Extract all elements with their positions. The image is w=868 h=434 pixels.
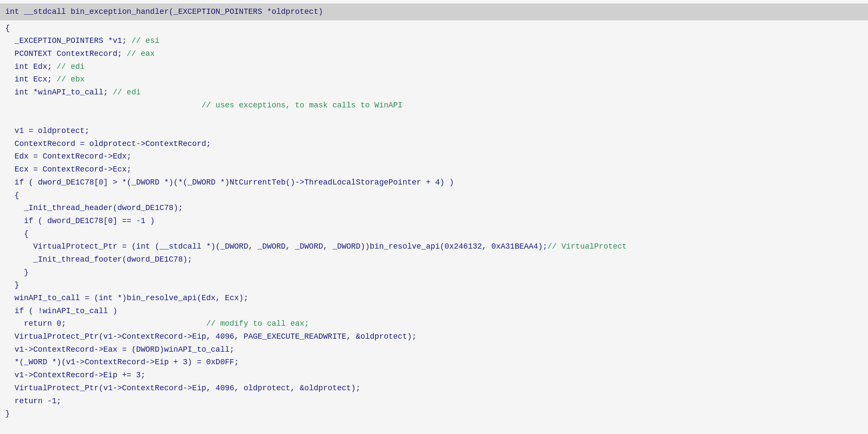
- code-line: }: [0, 408, 868, 421]
- code-line: VirtualProtect_Ptr = (int (__stdcall *)(…: [0, 240, 868, 253]
- code-line: *(_WORD *)(v1->ContextRecord->Eip + 3) =…: [0, 356, 868, 369]
- code-line: Ecx = ContextRecord->Ecx;: [0, 163, 868, 176]
- code-line: Edx = ContextRecord->Edx;: [0, 150, 868, 163]
- code-line: }: [0, 279, 868, 292]
- code-line: {: [0, 228, 868, 241]
- code-line: VirtualProtect_Ptr(v1->ContextRecord->Ei…: [0, 382, 868, 395]
- code-line: int Ecx; // ebx: [0, 73, 868, 86]
- code-line: PCONTEXT ContextRecord; // eax: [0, 48, 868, 61]
- code-line: return -1;: [0, 395, 868, 408]
- code-line: }: [0, 266, 868, 279]
- code-line: int *winAPI_to_call; // edi: [0, 86, 868, 99]
- header-text: int __stdcall bin_exception_handler(_EXC…: [5, 7, 323, 16]
- code-line: v1->ContextRecord->Eax = (DWORD)winAPI_t…: [0, 343, 868, 356]
- code-line: _EXCEPTION_POINTERS *v1; // esi: [0, 35, 868, 48]
- code-line: {: [0, 189, 868, 202]
- code-line: return 0; // modify to call eax;: [0, 317, 868, 330]
- code-line: _Init_thread_header(dword_DE1C78);: [0, 202, 868, 215]
- code-line: ContextRecord = oldprotect->ContextRecor…: [0, 138, 868, 151]
- code-line: v1->ContextRecord->Eip += 3;: [0, 369, 868, 382]
- code-container: int __stdcall bin_exception_handler(_EXC…: [0, 0, 868, 434]
- code-line: if ( dword_DE1C78[0] > *(_DWORD *)(*(_DW…: [0, 176, 868, 189]
- code-line: VirtualProtect_Ptr(v1->ContextRecord->Ei…: [0, 330, 868, 343]
- code-line: winAPI_to_call = (int *)bin_resolve_api(…: [0, 292, 868, 305]
- code-line: if ( dword_DE1C78[0] == -1 ): [0, 215, 868, 228]
- code-line: // uses exceptions, to mask calls to Win…: [0, 99, 868, 112]
- code-line: _Init_thread_footer(dword_DE1C78);: [0, 253, 868, 266]
- code-line: v1 = oldprotect;: [0, 125, 868, 138]
- code-body: { _EXCEPTION_POINTERS *v1; // esi PCONTE…: [0, 20, 868, 422]
- code-line: {: [0, 22, 868, 35]
- code-line: if ( !winAPI_to_call ): [0, 305, 868, 318]
- code-line: [0, 112, 868, 125]
- code-line: int Edx; // edi: [0, 61, 868, 74]
- function-header: int __stdcall bin_exception_handler(_EXC…: [0, 3, 868, 20]
